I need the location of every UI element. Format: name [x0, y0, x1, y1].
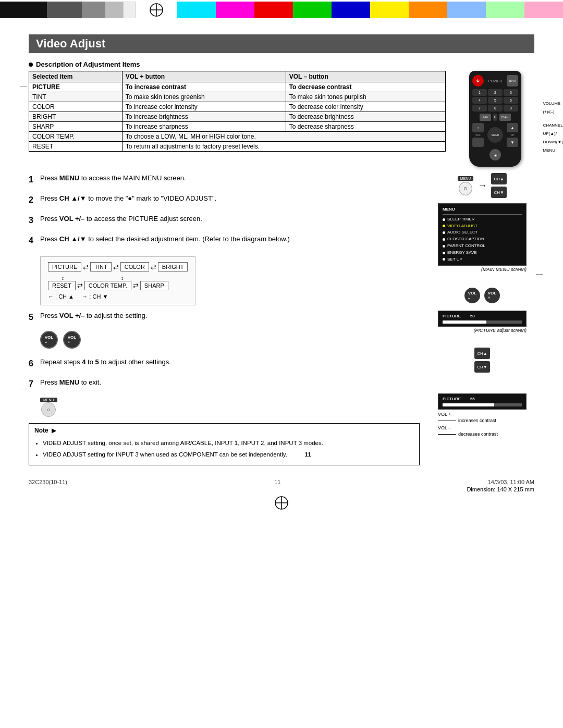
top-color-bar: [0, 0, 563, 20]
note-item-1: VIDEO ADJUST setting, once set, is share…: [43, 438, 414, 448]
key-2[interactable]: 2: [488, 89, 503, 96]
note-arrow: ▶: [52, 427, 56, 434]
diag-picture: PICTURE: [48, 262, 81, 272]
row-tint-item: TINT: [29, 92, 123, 102]
cyan-bar: [177, 2, 216, 18]
step-4-number: 4: [29, 235, 36, 247]
fav-btn[interactable]: FAV: [480, 114, 491, 121]
step-2-text: Press CH ▲/▼ to move the "●" mark to "VI…: [40, 193, 216, 206]
diagram-row-2: RESET ⇄ COLOR TEMP. ⇄ SHARP: [48, 281, 188, 290]
chv-button[interactable]: CH▼: [491, 187, 507, 198]
key-8[interactable]: 8: [488, 105, 503, 112]
bullet-header-text: Description of Adjustment Items: [36, 60, 140, 68]
step-3: 3 Press VOL +/– to access the PICTURE ad…: [29, 214, 420, 227]
vol-adjust-screen-wrapper: PICTURE 55 VOL +: [438, 393, 527, 437]
item-dot: [443, 238, 445, 241]
red-bar: [254, 2, 293, 18]
table-row: TINT To make skin tones greenish To make…: [29, 92, 446, 102]
remote-power-label: POWER: [488, 79, 502, 83]
vol-adjust-screen: PICTURE 55: [438, 393, 527, 410]
step-4-bold: CH ▲/▼: [59, 235, 87, 243]
power-button[interactable]: ⏻: [472, 75, 484, 87]
ch-up-button[interactable]: ▲: [507, 123, 518, 132]
note-list: VIDEO ADJUST setting, once set, is share…: [34, 438, 414, 460]
menu-item-sleep: SLEEP TIMER: [443, 216, 522, 223]
vol-screen-bar: [443, 403, 522, 406]
selected-dot: [443, 225, 445, 227]
main-menu-screen-wrapper: MENU SLEEP TIMER VIDEO ADJUST AUDIO SELE…: [438, 203, 527, 272]
legend-down: → : CH ▼: [82, 293, 108, 300]
step-3-number: 3: [29, 214, 36, 227]
item-dot: [443, 218, 445, 221]
row-tint-vol-plus: To make skin tones greenish: [122, 92, 286, 102]
steps-col: 1 Press MENU to access the MAIN MENU scr…: [29, 173, 420, 465]
swap-btn[interactable]: CH↔: [499, 114, 511, 121]
menu-button[interactable]: ○: [41, 402, 56, 417]
darkgray-bar: [47, 2, 82, 18]
table-row: PICTURE To increase contrast To decrease…: [29, 82, 446, 92]
ch-label: CH: [507, 133, 518, 137]
key-6[interactable]: 6: [504, 97, 518, 104]
color-bars: [177, 2, 563, 18]
menu-center-button[interactable]: MENU: [487, 127, 503, 143]
step-6-text: Repeat steps 4 to 5 to adjust other sett…: [40, 357, 171, 370]
row-bright-item: BRIGHT: [29, 112, 123, 122]
table-row: SHARP To increase sharpness To decrease …: [29, 122, 446, 132]
remote-side-labels: VOLUME(+)/(–) CHANNELUP(▲)/DOWN(▼)MENU: [543, 100, 563, 155]
green-bar: [293, 2, 332, 18]
input-label: INPUT: [508, 79, 516, 82]
remote-menu-button[interactable]: ◉: [489, 149, 501, 161]
vol-down-button[interactable]: –: [472, 138, 484, 147]
menu-circle-btn[interactable]: ○: [459, 182, 472, 195]
input-button[interactable]: INPUT: [507, 75, 518, 87]
remote-fav-row: FAV 0 CH↔: [472, 114, 518, 121]
cha-button[interactable]: CH▲: [491, 173, 507, 184]
row-bright-vol-plus: To increase brightness: [122, 112, 286, 122]
menu-item-parent: PARENT CONTROL: [443, 243, 522, 250]
vol-plus-btn[interactable]: VOL+: [63, 331, 81, 349]
step3-vol-minus[interactable]: VOL–: [464, 288, 480, 303]
row-picture-item: PICTURE: [29, 82, 123, 92]
step4-chv-btn[interactable]: CH▼: [474, 361, 490, 373]
key-9[interactable]: 9: [504, 105, 518, 112]
steps-section: 1 Press MENU to access the MAIN MENU scr…: [29, 173, 534, 465]
legend-up: ← : CH ▲: [48, 293, 74, 300]
cha-chv-btns: CH▲ CH▼: [491, 173, 507, 198]
menu-btn-section: MENU ○: [458, 176, 474, 195]
row-color-vol-minus: To decrease color intensity: [286, 102, 445, 112]
item-dot: [443, 231, 445, 234]
diag-tint: TINT: [90, 262, 111, 272]
footer-left: 32C230(10-11): [29, 479, 67, 485]
pic-screen-bar: [443, 320, 522, 324]
row-sharp-item: SHARP: [29, 122, 123, 132]
key-4[interactable]: 4: [472, 97, 487, 104]
step3-vol-plus[interactable]: VOL+: [484, 288, 500, 303]
step4-cha-btn[interactable]: CH▲: [474, 348, 490, 359]
vol-label: VOL: [472, 133, 484, 137]
menu-label-small: MENU: [458, 176, 474, 181]
ch-buttons: ▲ CH ▼: [507, 123, 518, 147]
key-0[interactable]: 0: [493, 114, 497, 121]
step-5-bold: VOL +/–: [59, 312, 85, 319]
grayscale-bars: [0, 2, 136, 18]
adjustment-table: Selected item VOL + button VOL – button …: [29, 71, 446, 152]
vol-minus-label: VOL –: [438, 425, 451, 430]
page-title: Video Adjust: [29, 34, 534, 53]
diag-vert-left: ↕: [48, 275, 78, 281]
row-bright-vol-minus: To decrease brightness: [286, 112, 445, 122]
key-7[interactable]: 7: [472, 105, 487, 112]
vol-minus-annotation: VOL –: [438, 425, 527, 430]
row-color-item: COLOR: [29, 102, 123, 112]
row-picture-vol-plus: To increase contrast: [122, 82, 286, 92]
vol-plus-desc-row: increases contrast: [438, 418, 527, 423]
vol-up-button[interactable]: +: [472, 123, 484, 132]
key-3[interactable]: 3: [504, 89, 518, 96]
step-6-number: 6: [29, 357, 36, 370]
key-5[interactable]: 5: [488, 97, 503, 104]
ch-down-button[interactable]: ▼: [507, 138, 518, 147]
vol-minus-btn[interactable]: VOL–: [40, 331, 58, 349]
table-row: COLOR TEMP. To choose a LOW, ML, MH or H…: [29, 132, 446, 142]
remote-vol-ch-row: + VOL – MENU ▲ CH ▼: [472, 123, 518, 147]
picture-screen-wrapper: PICTURE 50 (PICTURE adjust screen): [438, 311, 527, 333]
key-1[interactable]: 1: [472, 89, 487, 96]
